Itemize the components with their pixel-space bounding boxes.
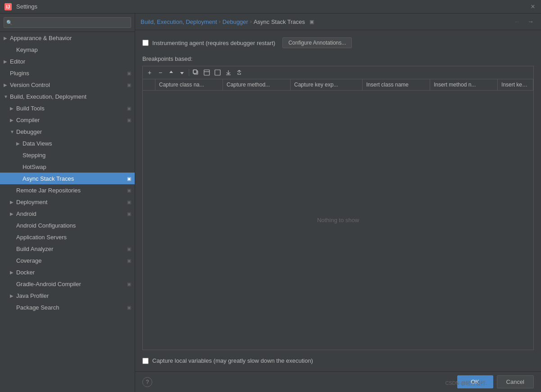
sidebar-label-plugins: Plugins — [10, 70, 125, 77]
sidebar-item-build-tools[interactable]: ▶Build Tools▣ — [0, 102, 135, 114]
sidebar-item-editor[interactable]: ▶Editor — [0, 55, 135, 67]
sidebar-item-appearance[interactable]: ▶Appearance & Behavior — [0, 32, 135, 44]
sidebar-label-hotswap: HotSwap — [23, 164, 131, 170]
sidebar-item-package-search[interactable]: Package Search▣ — [0, 301, 135, 313]
configure-annotations-button[interactable]: Configure Annotations... — [282, 37, 352, 48]
sidebar-item-build-analyzer[interactable]: Build Analyzer▣ — [0, 243, 135, 255]
table-toolbar: + − — [142, 66, 534, 79]
move-up-button[interactable] — [166, 68, 176, 77]
sidebar-label-version-control: Version Control — [10, 82, 125, 88]
sidebar-label-async-stack-traces: Async Stack Traces — [23, 175, 125, 182]
sidebar-settings-icon-remote-jar: ▣ — [127, 188, 131, 193]
sidebar-arrow-app-servers — [10, 234, 16, 240]
sidebar-label-java-profiler: Java Profiler — [16, 292, 131, 299]
import-button[interactable] — [223, 68, 233, 77]
sidebar-arrow-version-control: ▶ — [4, 82, 10, 88]
move-down-button[interactable] — [177, 68, 187, 77]
settings-content: Instrumenting agent (requires debugger r… — [135, 30, 541, 371]
sidebar-arrow-editor: ▶ — [4, 58, 10, 64]
breadcrumb-current: Async Stack Traces — [254, 18, 305, 25]
nav-forward-button[interactable]: → — [526, 17, 536, 26]
sidebar-item-remote-jar[interactable]: Remote Jar Repositories▣ — [0, 184, 135, 196]
sidebar-item-android-configs[interactable]: Android Configurations — [0, 219, 135, 231]
sidebar-label-appearance: Appearance & Behavior — [10, 35, 131, 41]
capture-local-row: Capture local variables (may greatly slo… — [142, 357, 534, 364]
bottom-bar: ? OK Cancel — [135, 371, 541, 392]
breadcrumb-item-0[interactable]: Build, Execution, Deployment — [141, 18, 217, 25]
sidebar-arrow-android-configs — [10, 222, 16, 228]
capture-local-checkbox[interactable] — [142, 358, 149, 364]
sidebar-item-android[interactable]: ▶Android▣ — [0, 208, 135, 219]
sidebar-label-debugger: Debugger — [16, 128, 131, 135]
sidebar-settings-icon-coverage: ▣ — [127, 258, 131, 263]
help-button[interactable]: ? — [142, 377, 152, 387]
sidebar-item-keymap[interactable]: Keymap — [0, 44, 135, 55]
sidebar-item-app-servers[interactable]: Application Servers — [0, 231, 135, 243]
sidebar-item-java-profiler[interactable]: ▶Java Profiler — [0, 290, 135, 301]
header-insert-key: Insert key expre... — [498, 79, 533, 90]
close-button[interactable]: × — [528, 2, 537, 11]
edit-button[interactable] — [202, 68, 212, 77]
sidebar-label-editor: Editor — [10, 58, 131, 65]
add-button[interactable]: + — [145, 68, 155, 77]
sidebar-item-compiler[interactable]: ▶Compiler▣ — [0, 114, 135, 126]
instrumenting-agent-label: Instrumenting agent (requires debugger r… — [152, 40, 275, 46]
sidebar-label-android-configs: Android Configurations — [16, 222, 131, 229]
copy-button[interactable] — [191, 68, 201, 77]
sidebar-settings-icon-deployment: ▣ — [127, 200, 131, 205]
svg-rect-5 — [204, 70, 209, 75]
sidebar-item-deployment[interactable]: ▶Deployment▣ — [0, 196, 135, 208]
sidebar-arrow-java-profiler: ▶ — [10, 292, 16, 299]
sidebar-item-build-execution[interactable]: ▼Build, Execution, Deployment — [0, 91, 135, 102]
sidebar-item-docker[interactable]: ▶Docker — [0, 266, 135, 278]
sidebar-item-coverage[interactable]: Coverage▣ — [0, 255, 135, 266]
sidebar-settings-icon-plugins: ▣ — [127, 71, 131, 76]
sidebar-label-build-analyzer: Build Analyzer — [16, 246, 125, 252]
sidebar-settings-icon-build-tools: ▣ — [127, 106, 131, 111]
sidebar-settings-icon-version-control: ▣ — [127, 82, 131, 87]
sidebar-item-stepping[interactable]: Stepping — [0, 149, 135, 161]
search-box: 🔍 — [0, 14, 135, 32]
cancel-button[interactable]: Cancel — [497, 375, 534, 388]
search-input[interactable] — [4, 17, 131, 28]
breadcrumb-sep-0: › — [219, 18, 221, 25]
sidebar-arrow-appearance: ▶ — [4, 35, 10, 41]
sidebar-label-data-views: Data Views — [23, 140, 131, 147]
sidebar-arrow-plugins — [4, 70, 10, 76]
sidebar: 🔍 ▶Appearance & BehaviorKeymap▶EditorPlu… — [0, 14, 135, 392]
ok-button[interactable]: OK — [457, 375, 493, 388]
sidebar-item-data-views[interactable]: ▶Data Views — [0, 137, 135, 149]
sidebar-label-package-search: Package Search — [16, 304, 125, 311]
sidebar-arrow-coverage — [10, 257, 16, 264]
header-capture-method: Capture method... — [223, 79, 291, 90]
sidebar-item-version-control[interactable]: ▶Version Control▣ — [0, 79, 135, 91]
breadcrumb-item-1[interactable]: Debugger — [223, 18, 248, 25]
sidebar-arrow-async-stack-traces — [16, 175, 23, 182]
sidebar-item-debugger[interactable]: ▼Debugger — [0, 126, 135, 137]
sidebar-item-async-stack-traces[interactable]: Async Stack Traces▣ — [0, 173, 135, 184]
header-capture-key: Capture key exp... — [291, 79, 363, 90]
collapse-button[interactable] — [213, 68, 223, 77]
sidebar-label-android: Android — [16, 210, 125, 217]
sidebar-label-coverage: Coverage — [16, 257, 125, 264]
sidebar-arrow-build-analyzer — [10, 246, 16, 252]
sidebar-item-plugins[interactable]: Plugins▣ — [0, 67, 135, 79]
svg-text:IJ: IJ — [6, 5, 10, 9]
remove-button[interactable]: − — [155, 68, 165, 77]
breakpoints-table: Capture class na... Capture method... Ca… — [142, 79, 534, 350]
empty-message: Nothing to show — [317, 217, 359, 223]
sidebar-arrow-compiler: ▶ — [10, 117, 16, 123]
sidebar-settings-icon-compiler: ▣ — [127, 118, 131, 123]
sidebar-settings-icon-gradle-android: ▣ — [127, 282, 131, 287]
header-capture-class: Capture class na... — [155, 79, 223, 90]
sidebar-item-gradle-android[interactable]: Gradle-Android Compiler▣ — [0, 278, 135, 290]
export-button[interactable] — [234, 68, 244, 77]
app-logo: IJ — [4, 2, 13, 11]
sidebar-item-hotswap[interactable]: HotSwap — [0, 161, 135, 173]
breakpoints-label: Breakpoints based: — [142, 55, 534, 62]
instrumenting-agent-checkbox[interactable] — [142, 40, 149, 46]
sidebar-label-deployment: Deployment — [16, 199, 125, 205]
sidebar-settings-icon-build-analyzer: ▣ — [127, 246, 131, 251]
sidebar-settings-icon-android: ▣ — [127, 211, 131, 216]
nav-back-button[interactable]: ← — [512, 17, 522, 26]
